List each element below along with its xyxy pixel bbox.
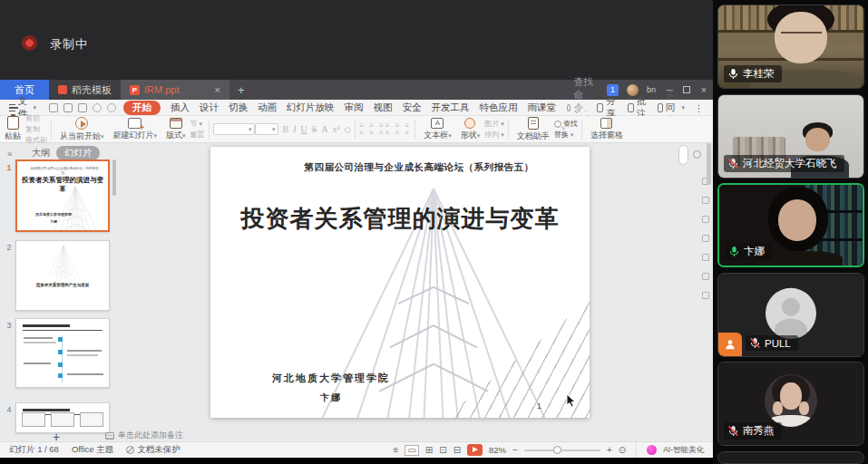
zoom-out-button[interactable]: −	[512, 446, 518, 455]
font-size-select[interactable]: ▾	[255, 123, 278, 135]
clipart-pane-icon[interactable]	[702, 254, 709, 261]
font-name-select[interactable]: ▾	[213, 123, 255, 135]
ribbon-tab-insert[interactable]: 插入	[171, 102, 190, 114]
fit-to-window-icon[interactable]: ⊙	[619, 446, 626, 455]
quick-access-toolbar	[42, 103, 123, 112]
participant-tile-nanxiuyan[interactable]: 南秀燕	[717, 362, 864, 446]
superscript-button[interactable]: x²	[333, 124, 340, 134]
more-pane-icon[interactable]	[702, 292, 709, 299]
color-scheme-icon[interactable]	[702, 216, 709, 223]
mic-muted-icon	[727, 425, 739, 437]
slide-thumbnail-2[interactable]: 投资者关系管理的产生与发展	[15, 240, 110, 311]
zoom-slider[interactable]	[524, 450, 600, 451]
textbox-button[interactable]: A 文本框▾	[419, 116, 456, 142]
tab-docer-templates[interactable]: 稻壳模板	[49, 80, 121, 100]
more-menu-button[interactable]: ⋮	[694, 102, 704, 113]
panel-scrollbar[interactable]	[112, 160, 116, 196]
tab-document-irm-ppt[interactable]: P IRM.ppt ×	[121, 80, 229, 100]
slide-thumbnail-3[interactable]	[15, 318, 110, 388]
shape-button[interactable]: 形状▾	[456, 116, 485, 142]
ribbon-tab-slideshow[interactable]: 幻灯片放映	[287, 102, 335, 114]
vertical-scrollbar[interactable]	[707, 143, 711, 185]
find-button[interactable]: 查找	[554, 119, 578, 129]
participant-tile-ligui rong[interactable]: 李桂荣	[717, 5, 864, 89]
play-slideshow-button[interactable]	[467, 444, 483, 456]
notes-toggle-icon[interactable]: ≡	[394, 446, 399, 455]
participant-tile-bianna-speaking[interactable]: 卞娜	[717, 183, 864, 267]
notes-placeholder[interactable]: 单击此处添加备注	[105, 430, 183, 441]
ai-assistant-label[interactable]: AI-智能美化	[663, 445, 704, 456]
ribbon-tab-rain-classroom[interactable]: 雨课堂	[528, 102, 557, 114]
collapse-panel-button[interactable]: «	[0, 149, 13, 159]
reading-view-icon[interactable]: ⊡	[439, 446, 446, 455]
paste-button[interactable]: 粘贴	[0, 116, 25, 142]
ribbon-tab-view[interactable]: 视图	[374, 102, 393, 114]
arrange-button[interactable]: 排列▾	[484, 130, 504, 140]
slide-canvas[interactable]: 第四届公司治理与企业成长高端论坛（系列报告五） 投资者关系管理的演进与变革 河北…	[210, 147, 590, 418]
theme-name[interactable]: Office 主题	[72, 444, 113, 456]
layout-button[interactable]: 版式▾	[161, 116, 190, 142]
print-icon[interactable]	[63, 103, 73, 112]
section-group: 节▾ 重置	[190, 119, 205, 140]
spacing-buttons[interactable]: ≡ ≡ ≡	[385, 130, 411, 136]
selection-pane-button[interactable]: 选择窗格	[586, 116, 628, 142]
ribbon-tab-home[interactable]: 开始	[123, 101, 161, 115]
gear-icon[interactable]	[693, 150, 701, 159]
participant-tile-pull[interactable]: PULL	[717, 273, 864, 357]
zoom-slider-knob[interactable]	[553, 446, 561, 454]
align-buttons[interactable]: ≡ ≡ ≡	[359, 130, 385, 136]
animation-pane-icon[interactable]	[702, 197, 709, 204]
ribbon-tab-devtools[interactable]: 开发工具	[432, 102, 470, 114]
picture-button[interactable]: 图片▾	[484, 119, 504, 129]
zoom-in-button[interactable]: +	[607, 446, 612, 455]
ribbon-tab-animation[interactable]: 动画	[258, 102, 277, 114]
ribbon-tab-design[interactable]: 设计	[200, 102, 219, 114]
ribbon-tab-security[interactable]: 安全	[403, 102, 422, 114]
doc-assistant-button[interactable]: 文档助手	[512, 116, 554, 142]
slide-thumbnail-1[interactable]: 第四届公司治理与企业成长高端论坛（系列报告五） 投资者关系管理的演进与变革 河北…	[15, 160, 110, 232]
new-slide-button[interactable]: 新建幻灯片▾	[109, 116, 162, 142]
print-preview-icon[interactable]	[78, 103, 87, 112]
ribbon-tab-special-apps[interactable]: 特色应用	[480, 102, 518, 114]
cut-button[interactable]: 剪切	[25, 113, 47, 123]
underline-button[interactable]: U	[301, 124, 307, 134]
normal-view-icon[interactable]: ▭	[405, 445, 418, 456]
slide-organization-text[interactable]: 河北地质大学管理学院	[254, 372, 408, 385]
save-icon[interactable]	[49, 103, 58, 112]
participant-tile-shixiaofei[interactable]: 河北经贸大学石晓飞	[717, 94, 864, 179]
bold-button[interactable]: B	[283, 124, 289, 134]
indent-buttons[interactable]: ≡ ≡ ≡	[385, 122, 411, 129]
slide-author-text[interactable]: 卞娜	[254, 392, 408, 404]
slide-thumbnail-4[interactable]	[15, 402, 110, 433]
copy-button[interactable]: 复制	[25, 124, 47, 134]
slide-sorter-icon[interactable]: ⊞	[425, 446, 433, 455]
reset-button[interactable]: 重置	[190, 130, 205, 140]
clear-format-button[interactable]: ◇	[345, 124, 352, 134]
play-from-current-button[interactable]: 从当前开始▾	[55, 116, 109, 142]
redo-icon[interactable]	[107, 103, 116, 112]
new-tab-button[interactable]: +	[229, 80, 253, 100]
slideshow-view-icon[interactable]: ⊟	[454, 446, 461, 455]
ribbon-tab-review[interactable]: 审阅	[345, 102, 364, 114]
slide-subtitle-text[interactable]: 第四届公司治理与企业成长高端论坛（系列报告五）	[256, 161, 582, 174]
slide-thumbnail-panel: « 大纲 幻灯片 1 第四届公司治理与企业成长高端论坛（系列报告五） 投资者关系…	[0, 143, 120, 441]
ai-assistant-icon[interactable]	[647, 445, 657, 455]
bullet-list-button[interactable]: ≡ ≡ ≡	[359, 122, 385, 129]
font-color-button[interactable]: A	[321, 124, 327, 134]
replace-button[interactable]: 替换▾	[554, 130, 578, 140]
undo-icon[interactable]	[93, 103, 102, 112]
section-button[interactable]: 节▾	[190, 119, 205, 129]
document-protection[interactable]: 文档未保护	[126, 444, 180, 456]
italic-button[interactable]: I	[293, 124, 296, 134]
tab-outline[interactable]: 大纲	[32, 147, 50, 160]
ribbon-tab-transition[interactable]: 切换	[229, 102, 248, 114]
help-pane-icon[interactable]	[702, 273, 709, 280]
zoom-value[interactable]: 82%	[489, 445, 506, 455]
strikethrough-button[interactable]: S	[312, 124, 317, 134]
participant-tile-partial[interactable]	[717, 451, 864, 464]
tab-slides[interactable]: 幻灯片	[56, 146, 100, 160]
close-tab-icon[interactable]: ×	[215, 84, 220, 95]
scrollbar-handle[interactable]	[678, 145, 688, 165]
slide-title-text[interactable]: 投资者关系管理的演进与变革	[210, 203, 590, 235]
chart-pane-icon[interactable]	[702, 235, 709, 242]
